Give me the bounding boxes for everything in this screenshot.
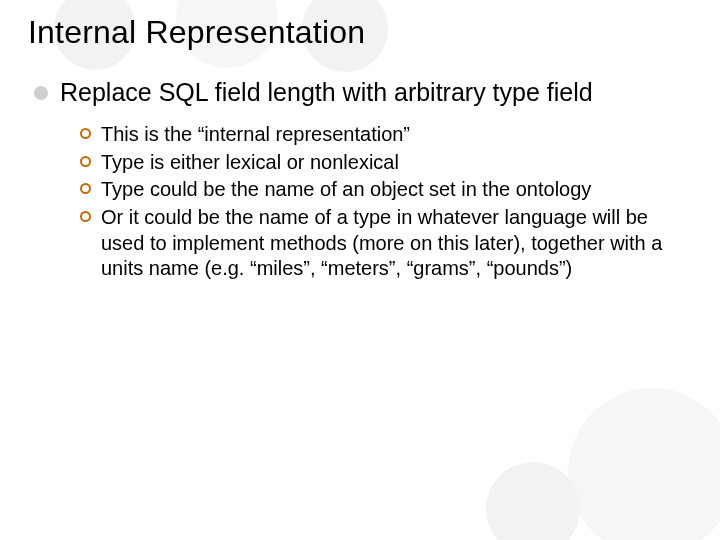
- list-item: Type could be the name of an object set …: [80, 177, 692, 203]
- list-item: Type is either lexical or nonlexical: [80, 150, 692, 176]
- list-item-text: Type is either lexical or nonlexical: [101, 150, 692, 176]
- list-item-text: Type could be the name of an object set …: [101, 177, 692, 203]
- list-item-text: Or it could be the name of a type in wha…: [101, 205, 692, 282]
- bullet-ring-icon: [80, 156, 91, 167]
- bullet-list-level2: This is the “internal representation” Ty…: [80, 122, 692, 282]
- slide-title: Internal Representation: [28, 14, 692, 51]
- list-item: Replace SQL field length with arbitrary …: [34, 77, 692, 108]
- bullet-ring-icon: [80, 183, 91, 194]
- bullet-list-level1: Replace SQL field length with arbitrary …: [34, 77, 692, 282]
- list-item-text: Replace SQL field length with arbitrary …: [60, 77, 692, 108]
- slide-body: Internal Representation Replace SQL fiel…: [0, 0, 720, 540]
- list-item: This is the “internal representation”: [80, 122, 692, 148]
- list-item-text: This is the “internal representation”: [101, 122, 692, 148]
- bullet-ring-icon: [80, 128, 91, 139]
- bullet-disc-icon: [34, 86, 48, 100]
- bullet-ring-icon: [80, 211, 91, 222]
- list-item: Or it could be the name of a type in wha…: [80, 205, 692, 282]
